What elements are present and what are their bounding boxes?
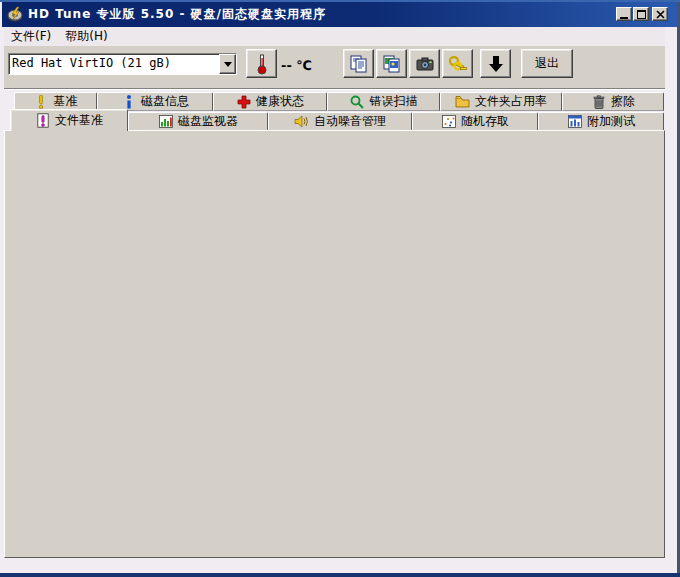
maximize-icon [637, 10, 646, 19]
tab-extra-tests[interactable]: 附加测试 [538, 112, 664, 131]
tab-health[interactable]: 健康状态 [213, 92, 327, 111]
trash-icon [591, 95, 606, 109]
info-icon [121, 95, 136, 109]
window-title: HD Tune 专业版 5.50 - 硬盘/固态硬盘实用程序 [28, 6, 326, 23]
speaker-icon [294, 115, 309, 129]
tab-aam[interactable]: 自动噪音管理 [268, 112, 412, 131]
close-button[interactable] [652, 7, 668, 21]
benchmark-icon [34, 95, 49, 109]
exit-button-label: 退出 [535, 55, 559, 72]
drive-combobox-value: Red Hat VirtIO (21 gB) [9, 54, 219, 74]
tab-erase-label: 擦除 [611, 93, 635, 110]
minimize-button[interactable] [616, 7, 632, 21]
tab-folder-usage-label: 文件夹占用率 [475, 93, 547, 110]
tab-random-access[interactable]: 随机存取 [412, 112, 538, 131]
down-arrow-icon [487, 54, 505, 74]
temperature-readout: -- ℃ [281, 58, 312, 73]
temperature-unit: ℃ [296, 58, 312, 73]
window-frame-bottom [0, 573, 680, 577]
chevron-down-icon [224, 62, 232, 67]
drive-combobox[interactable]: Red Hat VirtIO (21 gB) [8, 53, 237, 75]
bar-chart-icon [158, 115, 173, 129]
copy-image-button[interactable] [376, 49, 407, 78]
tab-health-label: 健康状态 [256, 93, 304, 110]
title-bar[interactable]: HD Tune 专业版 5.50 - 硬盘/固态硬盘实用程序 [2, 2, 678, 27]
temperature-value: -- [281, 58, 292, 73]
health-cross-icon [236, 95, 251, 109]
tab-disk-monitor[interactable]: 磁盘监视器 [128, 112, 268, 131]
tab-file-benchmark-label: 文件基准 [55, 112, 103, 129]
app-window: HD Tune 专业版 5.50 - 硬盘/固态硬盘实用程序 文件(F) 帮助(… [0, 0, 680, 577]
tab-benchmark-label: 基准 [54, 93, 78, 110]
copy-image-icon [382, 54, 402, 74]
file-benchmark-icon [35, 114, 50, 128]
menu-file[interactable]: 文件(F) [4, 26, 58, 47]
tab-disk-info-label: 磁盘信息 [141, 93, 189, 110]
folder-icon [455, 95, 470, 109]
temperature-button[interactable] [246, 49, 277, 78]
drive-combobox-dropdown-button[interactable] [219, 54, 236, 74]
tab-disk-monitor-label: 磁盘监视器 [178, 113, 238, 130]
tab-random-access-label: 随机存取 [461, 113, 509, 130]
menu-bar: 文件(F) 帮助(H) [4, 27, 665, 46]
tab-error-scan-label: 错误扫描 [370, 93, 418, 110]
copy-text-icon [349, 54, 369, 74]
magnifier-icon [350, 95, 365, 109]
menu-help[interactable]: 帮助(H) [58, 26, 114, 47]
minimize-icon [620, 17, 628, 19]
tab-file-benchmark[interactable]: 文件基准 [10, 109, 128, 131]
scatter-dots-icon [441, 115, 456, 129]
camera-icon [415, 54, 435, 74]
tab-error-scan[interactable]: 错误扫描 [327, 92, 440, 111]
mini-chart-icon [567, 115, 582, 129]
screenshot-button[interactable] [409, 49, 440, 78]
tab-extra-tests-label: 附加测试 [587, 113, 635, 130]
tab-aam-label: 自动噪音管理 [314, 113, 386, 130]
app-icon [7, 6, 23, 22]
maximize-button[interactable] [633, 7, 649, 21]
tab-folder-usage[interactable]: 文件夹占用率 [440, 92, 562, 111]
keys-icon [448, 54, 468, 74]
options-button[interactable] [442, 49, 473, 78]
thermometer-icon [256, 53, 268, 75]
exit-button[interactable]: 退出 [521, 49, 573, 78]
save-results-button[interactable] [480, 49, 511, 78]
tab-erase[interactable]: 擦除 [562, 92, 664, 111]
copy-text-button[interactable] [343, 49, 374, 78]
close-icon [656, 10, 665, 19]
file-benchmark-panel [4, 130, 665, 558]
